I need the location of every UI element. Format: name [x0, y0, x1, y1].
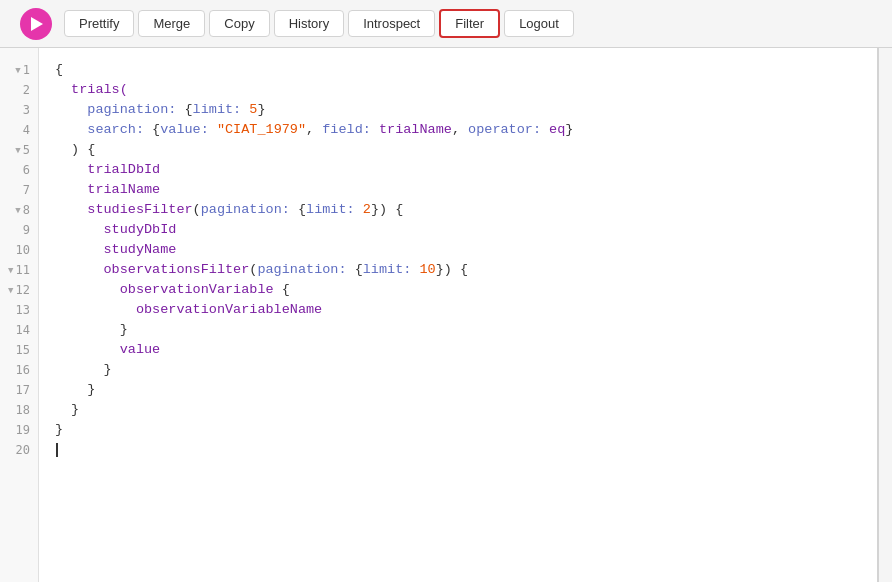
code-line: } [55, 320, 861, 340]
token-plain: ( [249, 260, 257, 280]
toolbar-btn-history[interactable]: History [274, 10, 344, 37]
token-brace: } [55, 400, 79, 420]
line-number: 17 [0, 380, 38, 400]
token-field: trialName [55, 180, 160, 200]
token-field: value [55, 340, 160, 360]
code-line: value [55, 340, 861, 360]
code-line: } [55, 400, 861, 420]
token-brace: } [55, 380, 96, 400]
code-line: trialName [55, 180, 861, 200]
token-brace: { [298, 200, 306, 220]
token-brace: } [55, 320, 128, 340]
token-string: "CIAT_1979" [217, 120, 306, 140]
code-line: observationVariableName [55, 300, 861, 320]
token-brace: } [55, 360, 112, 380]
token-param: limit: [363, 260, 420, 280]
line-number: ▼8 [0, 200, 38, 220]
token-plain: , [452, 120, 468, 140]
line-numbers: ▼1234▼567▼8910▼11▼121314151617181920 [0, 48, 39, 582]
line-number: 15 [0, 340, 38, 360]
token-brace: { [185, 100, 193, 120]
code-line: } [55, 360, 861, 380]
code-line: observationsFilter(pagination: {limit: 1… [55, 260, 861, 280]
main-area: ▼1234▼567▼8910▼11▼121314151617181920 { t… [0, 48, 892, 582]
code-line [55, 440, 861, 460]
token-plain: ) { [55, 140, 96, 160]
token-field: observationVariableName [55, 300, 322, 320]
token-number: 5 [249, 100, 257, 120]
token-brace: { [55, 60, 63, 80]
token-field: observationVariable [55, 280, 282, 300]
token-brace: } [371, 200, 379, 220]
line-number: 14 [0, 320, 38, 340]
code-line: trials( [55, 80, 861, 100]
code-line: studiesFilter(pagination: {limit: 2}) { [55, 200, 861, 220]
token-param: limit: [306, 200, 363, 220]
code-line: } [55, 380, 861, 400]
line-number: ▼12 [0, 280, 38, 300]
token-brace: { [355, 260, 363, 280]
token-brace: { [282, 280, 290, 300]
toolbar-btn-introspect[interactable]: Introspect [348, 10, 435, 37]
collapse-arrow-icon[interactable]: ▼ [15, 205, 20, 215]
token-field: studyName [55, 240, 177, 260]
line-number: 16 [0, 360, 38, 380]
line-number: 18 [0, 400, 38, 420]
token-param: search: [55, 120, 152, 140]
code-line: studyDbId [55, 220, 861, 240]
line-number: ▼1 [0, 60, 38, 80]
toolbar-btn-copy[interactable]: Copy [209, 10, 269, 37]
execute-button[interactable] [20, 8, 52, 40]
token-brace: } [565, 120, 573, 140]
line-number: 19 [0, 420, 38, 440]
code-area[interactable]: { trials( pagination: {limit: 5} search:… [39, 48, 877, 582]
line-number: 9 [0, 220, 38, 240]
collapse-arrow-icon[interactable]: ▼ [15, 145, 20, 155]
collapse-arrow-icon[interactable]: ▼ [8, 285, 13, 295]
line-number: 13 [0, 300, 38, 320]
token-field: trialDbId [55, 160, 160, 180]
token-number: 10 [419, 260, 435, 280]
code-line: search: {value: "CIAT_1979", field: tria… [55, 120, 861, 140]
code-line: pagination: {limit: 5} [55, 100, 861, 120]
line-number: 4 [0, 120, 38, 140]
code-line: trialDbId [55, 160, 861, 180]
code-line: observationVariable { [55, 280, 861, 300]
svg-marker-0 [31, 17, 43, 31]
token-brace: } [257, 100, 265, 120]
editor-panel[interactable]: ▼1234▼567▼8910▼11▼121314151617181920 { t… [0, 48, 878, 582]
line-number: 2 [0, 80, 38, 100]
toolbar-btn-merge[interactable]: Merge [138, 10, 205, 37]
right-panel [878, 48, 892, 582]
line-number: 7 [0, 180, 38, 200]
code-line: { [55, 60, 861, 80]
text-cursor [56, 443, 58, 457]
token-param: value: [160, 120, 217, 140]
collapse-arrow-icon[interactable]: ▼ [15, 65, 20, 75]
token-param: operator: [468, 120, 549, 140]
code-line: studyName [55, 240, 861, 260]
toolbar-btn-filter[interactable]: Filter [439, 9, 500, 38]
line-number: 3 [0, 100, 38, 120]
line-number: ▼5 [0, 140, 38, 160]
token-param: pagination: [257, 260, 354, 280]
token-brace: } [436, 260, 444, 280]
collapse-arrow-icon[interactable]: ▼ [8, 265, 13, 275]
line-number: ▼11 [0, 260, 38, 280]
token-field: observationsFilter [55, 260, 249, 280]
toolbar-btn-prettify[interactable]: Prettify [64, 10, 134, 37]
token-plain: ( [193, 200, 201, 220]
line-number: 10 [0, 240, 38, 260]
token-brace: { [152, 120, 160, 140]
token-field: eq [549, 120, 565, 140]
line-number: 20 [0, 440, 38, 460]
code-line: } [55, 420, 861, 440]
toolbar-btn-logout[interactable]: Logout [504, 10, 574, 37]
token-plain: ) { [379, 200, 403, 220]
token-field: studiesFilter [55, 200, 193, 220]
token-field: studyDbId [55, 220, 177, 240]
token-field: trialName [379, 120, 452, 140]
token-param: pagination: [201, 200, 298, 220]
token-field: trials( [55, 80, 128, 100]
token-plain: ) { [444, 260, 468, 280]
